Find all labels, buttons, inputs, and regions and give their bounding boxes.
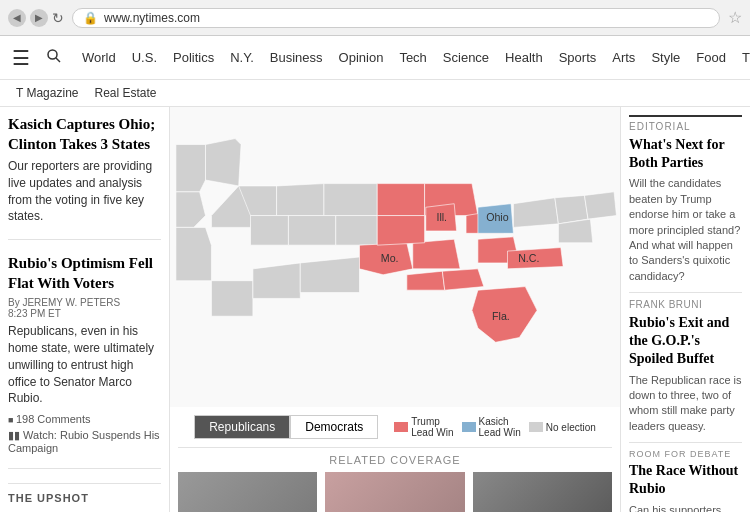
legend-kasich: KasichLead Win	[462, 416, 521, 438]
label-ill: Ill.	[436, 211, 447, 223]
sidebar-title-1[interactable]: What's Next for Both Parties	[629, 136, 742, 172]
nav-business[interactable]: Business	[262, 50, 331, 65]
state-ms-al	[407, 271, 445, 290]
url-text: www.nytimes.com	[104, 11, 200, 25]
nav-sports[interactable]: Sports	[551, 50, 605, 65]
article-rubio: Rubio's Optimism Fell Flat With Voters B…	[8, 254, 161, 469]
forward-button[interactable]: ▶	[30, 9, 48, 27]
browser-chrome: ◀ ▶ ↻ 🔒 www.nytimes.com ☆	[0, 0, 750, 36]
map-area: Ill. Ohio Mo. N.C. Fla.	[170, 107, 620, 407]
sidebar-section-3: ROOM FOR DEBATE	[629, 442, 742, 459]
nav-politics[interactable]: Politics	[165, 50, 222, 65]
related-grid: How Trump Made the Campaign Guru Obsolet…	[170, 472, 620, 512]
republicans-button[interactable]: Republicans	[194, 415, 290, 439]
article-rubio-text: Republicans, even in his home state, wer…	[8, 323, 161, 407]
nav-arts[interactable]: Arts	[604, 50, 643, 65]
related-img-2	[473, 472, 612, 512]
state-ky-tn	[413, 239, 460, 269]
state-wa	[176, 145, 206, 192]
related-item-1: Scenes From Tuesday's Election	[325, 472, 464, 512]
state-tx-part	[300, 257, 359, 293]
upshot-label: THE UPSHOT	[8, 483, 161, 504]
hamburger-button[interactable]: ☰	[8, 42, 34, 74]
nav-travel[interactable]: Travel	[734, 50, 750, 65]
nav-health[interactable]: Health	[497, 50, 551, 65]
svg-line-1	[56, 58, 60, 62]
nav-us[interactable]: U.S.	[124, 50, 165, 65]
right-column: EDITORIAL What's Next for Both Parties W…	[620, 107, 750, 512]
related-item-2: Living With Trump, as Told by His Butler	[473, 472, 612, 512]
state-id	[206, 139, 242, 186]
left-column: Kasich Captures Ohio; Clinton Takes 3 St…	[0, 107, 170, 512]
url-bar[interactable]: 🔒 www.nytimes.com	[72, 8, 720, 28]
sidebar-text-2: The Republican race is down to three, tw…	[629, 373, 742, 435]
state-ut	[251, 216, 289, 246]
map-controls: Republicans Democrats TrumpLead Win Kasi…	[170, 407, 620, 447]
map-legend: TrumpLead Win KasichLead Win No election	[394, 416, 596, 438]
kasich-label: KasichLead Win	[479, 416, 521, 438]
article-kasich-text: Our reporters are providing live updates…	[8, 158, 161, 225]
related-label: RELATED COVERAGE	[178, 447, 612, 472]
state-nd-wy	[277, 184, 324, 216]
state-me-nh	[584, 192, 616, 219]
back-button[interactable]: ◀	[8, 9, 26, 27]
nav-opinion[interactable]: Opinion	[331, 50, 392, 65]
nav-food[interactable]: Food	[688, 50, 734, 65]
nav-world[interactable]: World	[74, 50, 124, 65]
trump-color	[394, 422, 408, 432]
label-nc: N.C.	[518, 252, 539, 264]
label-fla: Fla.	[492, 310, 510, 322]
bookmark-button[interactable]: ☆	[728, 8, 742, 27]
watch-link[interactable]: ▮▮ Watch: Rubio Suspends His Campaign	[8, 429, 161, 454]
related-img-1	[325, 472, 464, 512]
svg-point-0	[48, 50, 57, 59]
state-az	[211, 281, 252, 317]
article-rubio-byline: By JEREMY W. PETERS8:23 PM ET	[8, 297, 161, 319]
legend-trump: TrumpLead Win	[394, 416, 453, 438]
article-kasich: Kasich Captures Ohio; Clinton Takes 3 St…	[8, 115, 161, 240]
label-mo: Mo.	[381, 252, 399, 264]
comments-link[interactable]: 198 Comments	[8, 413, 161, 425]
label-ohio: Ohio	[486, 211, 509, 223]
nav-tmagazine[interactable]: T Magazine	[8, 84, 86, 102]
state-il-part	[377, 216, 424, 246]
sub-nav: T Magazine Real Estate	[0, 80, 750, 107]
state-ca	[176, 227, 212, 280]
refresh-button[interactable]: ↻	[52, 9, 64, 27]
nav-style[interactable]: Style	[643, 50, 688, 65]
article-upshot: THE UPSHOT Estimates of Results for the …	[8, 483, 161, 512]
state-co	[288, 216, 335, 246]
state-sd-mn	[324, 184, 377, 216]
trump-label: TrumpLead Win	[411, 416, 453, 438]
sidebar-byline-2: FRANK BRUNI	[629, 292, 742, 310]
nav-science[interactable]: Science	[435, 50, 497, 65]
sidebar-title-3[interactable]: The Race Without Rubio	[629, 462, 742, 498]
sidebar-text-1: Will the candidates beaten by Trump endo…	[629, 176, 742, 284]
state-wi-ia	[377, 184, 424, 216]
noelection-color	[529, 422, 543, 432]
related-img-0	[178, 472, 317, 512]
article-kasich-title[interactable]: Kasich Captures Ohio; Clinton Takes 3 St…	[8, 115, 161, 154]
legend-noelection: No election	[529, 422, 596, 433]
state-pa	[513, 198, 558, 228]
top-nav: ☰ World U.S. Politics N.Y. Business Opin…	[0, 36, 750, 80]
center-column: Ill. Ohio Mo. N.C. Fla. Republicans Demo…	[170, 107, 620, 512]
democrats-button[interactable]: Democrats	[290, 415, 378, 439]
election-map: Ill. Ohio Mo. N.C. Fla.	[170, 107, 620, 407]
sidebar-text-3: Can his supporters now help deny the nom…	[629, 503, 742, 512]
browser-nav: ◀ ▶ ↻	[8, 9, 64, 27]
noelection-label: No election	[546, 422, 596, 433]
upshot-title[interactable]: Estimates of Results for the G.O.P. Cont…	[8, 508, 161, 512]
state-ga	[442, 269, 483, 290]
state-nm	[253, 263, 300, 299]
search-button[interactable]	[42, 44, 66, 72]
nav-ny[interactable]: N.Y.	[222, 50, 262, 65]
sidebar-title-2[interactable]: Rubio's Exit and the G.O.P.'s Spoiled Bu…	[629, 314, 742, 369]
state-ne	[336, 216, 377, 246]
nav-realestate[interactable]: Real Estate	[86, 84, 164, 102]
state-or	[176, 192, 206, 228]
kasich-color	[462, 422, 476, 432]
article-rubio-title[interactable]: Rubio's Optimism Fell Flat With Voters	[8, 254, 161, 293]
nav-tech[interactable]: Tech	[391, 50, 434, 65]
editorial-label: EDITORIAL	[629, 115, 742, 132]
